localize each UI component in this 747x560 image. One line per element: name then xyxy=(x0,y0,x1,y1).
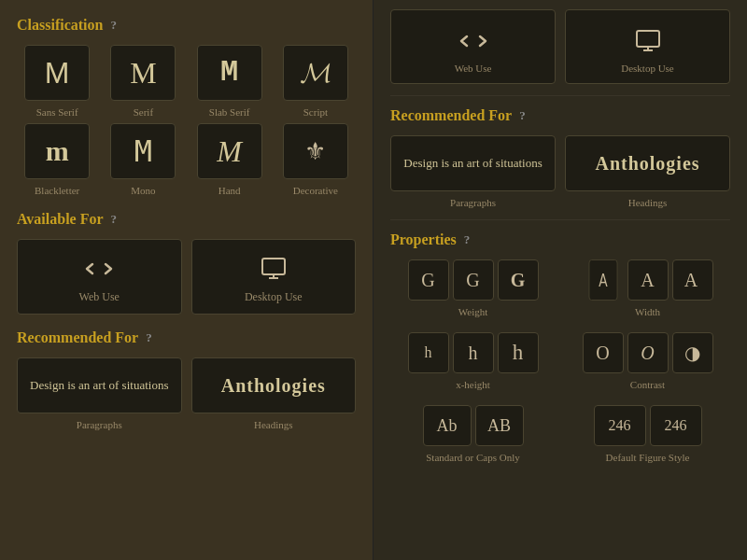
recommended-section-right: Recommended For ? Design is an art of si… xyxy=(390,107,730,208)
weight-btns: G G G xyxy=(408,259,539,301)
recommended-title-right: Recommended For ? xyxy=(390,107,730,124)
rec-grid-left: Design is an art of situations Paragraph… xyxy=(17,357,356,430)
decorative-letter: ⚜ xyxy=(304,137,326,166)
left-panel: Classification ? M Sans Serif M Serif M … xyxy=(0,0,374,560)
contrast-high-btn[interactable]: ◑ xyxy=(672,332,713,373)
xheight-mid-btn[interactable]: h xyxy=(453,332,494,373)
right-web-use-btn[interactable]: Web Use xyxy=(390,9,556,84)
recommended-title-left: Recommended For ? xyxy=(17,329,356,346)
class-item-decorative: ⚜ Decorative xyxy=(275,123,356,196)
sans-serif-btn[interactable]: M xyxy=(24,45,90,101)
paragraphs-btn-right[interactable]: Design is an art of situations xyxy=(390,135,556,191)
weight-reg-btn[interactable]: G xyxy=(453,259,494,301)
avail-grid: Web Use Desktop Use xyxy=(17,239,356,315)
figure-subgroup: 246 246 Default Figure Style xyxy=(565,405,730,463)
recommended-section-left: Recommended For ? Design is an art of si… xyxy=(17,329,356,430)
standard-caps-btn[interactable]: Ab xyxy=(423,405,472,446)
classification-grid: M Sans Serif M Serif M Slab Serif 𝓜 Scri… xyxy=(17,45,356,196)
right-panel: Web Use Desktop Use Recommended For ? De… xyxy=(374,0,747,560)
svg-rect-0 xyxy=(262,259,285,274)
mono-letter: M xyxy=(134,136,152,166)
right-monitor-icon xyxy=(634,27,662,55)
caps-label: Standard or Caps Only xyxy=(426,452,520,463)
blackletter-label: Blackletter xyxy=(35,185,79,196)
decorative-btn[interactable]: ⚜ xyxy=(283,123,348,179)
recommended-label-right: Recommended For xyxy=(390,107,512,124)
contrast-btns: O O ◑ xyxy=(583,332,713,373)
properties-label: Properties xyxy=(390,231,457,248)
caps-btns: Ab AB xyxy=(423,405,524,446)
classification-section-header: Classification ? xyxy=(17,17,356,34)
mono-btn[interactable]: M xyxy=(110,123,176,179)
slab-serif-btn[interactable]: M xyxy=(197,45,262,101)
available-title: Available For xyxy=(17,211,104,228)
width-wide-btn[interactable]: A xyxy=(672,259,713,301)
slab-serif-letter: M xyxy=(220,58,238,88)
script-btn[interactable]: 𝓜 xyxy=(283,45,348,101)
hand-btn[interactable]: M xyxy=(197,123,262,179)
weight-width-row: G G G Weight A A A Width xyxy=(390,259,730,317)
serif-label: Serif xyxy=(134,106,153,118)
hand-label: Hand xyxy=(218,185,241,196)
headings-text-left: Anthologies xyxy=(221,375,326,397)
paragraphs-label-left: Paragraphs xyxy=(77,419,122,430)
rec-headings-right: Anthologies Headings xyxy=(565,135,730,208)
all-caps-btn[interactable]: AB xyxy=(475,405,524,446)
paragraphs-label-right: Paragraphs xyxy=(450,197,496,208)
recommended-label-left: Recommended For xyxy=(17,329,138,346)
right-desktop-use-label: Desktop Use xyxy=(621,63,674,74)
classification-help[interactable]: ? xyxy=(110,18,117,33)
figure-label: Default Figure Style xyxy=(606,452,690,463)
xheight-subgroup: h h h x-height xyxy=(390,332,556,390)
properties-title: Properties ? xyxy=(390,231,730,248)
class-item-script: 𝓜 Script xyxy=(275,45,356,118)
figure-lining-btn[interactable]: 246 xyxy=(594,405,646,446)
recommended-help-right[interactable]: ? xyxy=(519,108,526,123)
recommended-help-left[interactable]: ? xyxy=(146,330,152,345)
headings-btn-right[interactable]: Anthologies xyxy=(565,135,730,191)
class-item-sans-serif: M Sans Serif xyxy=(17,45,97,118)
rec-headings-left: Anthologies Headings xyxy=(191,357,357,430)
right-avail-grid: Web Use Desktop Use xyxy=(390,9,730,84)
width-label: Width xyxy=(635,306,660,317)
right-desktop-use-btn[interactable]: Desktop Use xyxy=(565,9,730,84)
caps-figure-row: Ab AB Standard or Caps Only 246 246 Defa… xyxy=(390,405,730,463)
weight-subgroup: G G G Weight xyxy=(390,259,556,317)
xheight-high-btn[interactable]: h xyxy=(498,332,539,373)
width-subgroup: A A A Width xyxy=(565,259,730,317)
weight-label: Weight xyxy=(458,306,488,317)
available-section: Available For ? Web Use Desktop Use xyxy=(17,211,356,315)
rec-paragraphs-left: Design is an art of situations Paragraph… xyxy=(17,357,182,430)
rec-grid-right: Design is an art of situations Paragraph… xyxy=(390,135,730,208)
classification-title: Classification xyxy=(17,17,103,34)
available-help[interactable]: ? xyxy=(111,212,118,227)
desktop-use-btn[interactable]: Desktop Use xyxy=(191,239,357,315)
width-narrow-btn[interactable]: A xyxy=(588,259,617,301)
contrast-mid-btn[interactable]: O xyxy=(627,332,669,373)
contrast-label: Contrast xyxy=(630,379,665,390)
desktop-use-label: Desktop Use xyxy=(245,290,303,304)
xheight-label: x-height xyxy=(456,379,490,390)
right-code-icon xyxy=(459,27,487,55)
serif-btn[interactable]: M xyxy=(110,45,176,101)
caps-subgroup: Ab AB Standard or Caps Only xyxy=(390,405,556,463)
hand-letter: M xyxy=(217,136,242,166)
web-use-btn[interactable]: Web Use xyxy=(17,239,182,315)
width-reg-btn[interactable]: A xyxy=(627,259,669,301)
headings-btn-left[interactable]: Anthologies xyxy=(191,357,357,413)
xheight-contrast-row: h h h x-height O O ◑ Contrast xyxy=(390,332,730,390)
code-icon xyxy=(85,255,113,283)
headings-label-left: Headings xyxy=(254,419,293,430)
xheight-btns: h h h xyxy=(408,332,539,373)
weight-light-btn[interactable]: G xyxy=(408,259,449,301)
xheight-low-btn[interactable]: h xyxy=(408,332,449,373)
blackletter-btn[interactable]: m xyxy=(24,123,90,179)
properties-section: Properties ? G G G Weight A A A Width xyxy=(390,231,730,463)
weight-bold-btn[interactable]: G xyxy=(498,259,539,301)
figure-oldstyle-btn[interactable]: 246 xyxy=(650,405,702,446)
script-label: Script xyxy=(303,106,328,118)
contrast-none-btn[interactable]: O xyxy=(583,332,624,373)
paragraphs-btn-left[interactable]: Design is an art of situations xyxy=(17,357,182,413)
properties-help[interactable]: ? xyxy=(464,232,471,247)
divider-2 xyxy=(390,219,730,220)
